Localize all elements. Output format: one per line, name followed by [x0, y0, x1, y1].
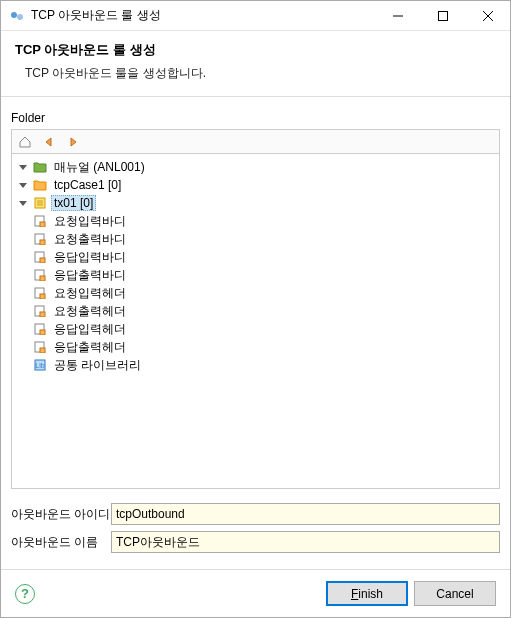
tree-label: tx01 [0]	[51, 195, 96, 211]
tree-node-tx01[interactable]: tx01 [0]	[14, 194, 497, 212]
tree-toolbar	[11, 129, 500, 153]
tree-node-leaf[interactable]: 응답입력헤더	[14, 320, 497, 338]
tree-node-leaf[interactable]: 요청입력헤더	[14, 284, 497, 302]
tree-label: 매뉴얼 (ANL001)	[51, 158, 148, 177]
tree-node-leaf[interactable]: 요청출력헤더	[14, 302, 497, 320]
folder-icon	[32, 177, 48, 193]
close-button[interactable]	[465, 1, 510, 30]
svg-rect-15	[40, 258, 45, 263]
doc-icon	[32, 249, 48, 265]
maximize-button[interactable]	[420, 1, 465, 30]
back-icon[interactable]	[40, 133, 58, 151]
svg-rect-21	[40, 312, 45, 317]
help-icon[interactable]: ?	[15, 584, 35, 604]
svg-rect-11	[40, 222, 45, 227]
cancel-button[interactable]: Cancel	[414, 581, 496, 606]
tree-label: 요청입력헤더	[51, 284, 129, 303]
titlebar: TCP 아웃바운드 룰 생성	[1, 1, 510, 31]
library-icon: Lib	[32, 357, 48, 373]
tree-label: 응답출력바디	[51, 266, 129, 285]
dialog-content: Folder 매뉴얼 (ANL001)	[1, 97, 510, 569]
tree-node-leaf[interactable]: 응답출력바디	[14, 266, 497, 284]
doc-icon	[32, 231, 48, 247]
outbound-name-input[interactable]	[111, 531, 500, 553]
app-icon	[9, 8, 25, 24]
tree-label: 요청입력바디	[51, 212, 129, 231]
doc-icon	[32, 285, 48, 301]
doc-icon	[32, 303, 48, 319]
dialog-title: TCP 아웃바운드 룰 생성	[15, 41, 496, 59]
svg-point-0	[11, 12, 17, 18]
finish-button[interactable]: Finish	[326, 581, 408, 606]
folder-label: Folder	[11, 111, 500, 125]
window-title: TCP 아웃바운드 룰 생성	[31, 7, 375, 24]
svg-rect-3	[438, 11, 447, 20]
svg-point-1	[17, 14, 23, 20]
doc-icon	[32, 339, 48, 355]
tree-label: 응답입력바디	[51, 248, 129, 267]
minimize-button[interactable]	[375, 1, 420, 30]
folder-open-icon	[32, 159, 48, 175]
tree-node-tcpcase[interactable]: tcpCase1 [0]	[14, 176, 497, 194]
doc-icon	[32, 213, 48, 229]
tree-node-commonlib[interactable]: Lib 공통 라이브러리	[14, 356, 497, 374]
svg-text:Lib: Lib	[35, 362, 44, 369]
tree-label: 응답출력헤더	[51, 338, 129, 357]
expand-toggle[interactable]	[16, 178, 30, 192]
home-icon[interactable]	[16, 133, 34, 151]
tree-node-leaf[interactable]: 응답입력바디	[14, 248, 497, 266]
outbound-name-label: 아웃바운드 이름	[11, 534, 111, 551]
doc-icon	[32, 321, 48, 337]
tree-label: 요청출력바디	[51, 230, 129, 249]
svg-rect-17	[40, 276, 45, 281]
outbound-id-label: 아웃바운드 아이디	[11, 506, 111, 523]
svg-rect-19	[40, 294, 45, 299]
dialog-footer: ? Finish Cancel	[1, 569, 510, 617]
svg-rect-23	[40, 330, 45, 335]
tree-node-leaf[interactable]: 요청입력바디	[14, 212, 497, 230]
form-area: 아웃바운드 아이디 아웃바운드 이름	[11, 503, 500, 559]
forward-icon[interactable]	[64, 133, 82, 151]
tree-label: tcpCase1 [0]	[51, 177, 124, 193]
file-icon	[32, 195, 48, 211]
dialog-description: TCP 아웃바운드 룰을 생성합니다.	[25, 65, 496, 82]
doc-icon	[32, 267, 48, 283]
outbound-id-input[interactable]	[111, 503, 500, 525]
folder-tree[interactable]: 매뉴얼 (ANL001) tcpCase1 [0]	[11, 153, 500, 489]
tree-label: 공통 라이브러리	[51, 356, 144, 375]
dialog-header: TCP 아웃바운드 룰 생성 TCP 아웃바운드 룰을 생성합니다.	[1, 31, 510, 97]
tree-label: 응답입력헤더	[51, 320, 129, 339]
svg-rect-25	[40, 348, 45, 353]
svg-rect-13	[40, 240, 45, 245]
tree-node-root[interactable]: 매뉴얼 (ANL001)	[14, 158, 497, 176]
tree-node-leaf[interactable]: 요청출력바디	[14, 230, 497, 248]
tree-label: 요청출력헤더	[51, 302, 129, 321]
dialog-window: TCP 아웃바운드 룰 생성 TCP 아웃바운드 룰 생성 TCP 아웃바운드 …	[0, 0, 511, 618]
tree-node-leaf[interactable]: 응답출력헤더	[14, 338, 497, 356]
expand-toggle[interactable]	[16, 196, 30, 210]
expand-toggle[interactable]	[16, 160, 30, 174]
